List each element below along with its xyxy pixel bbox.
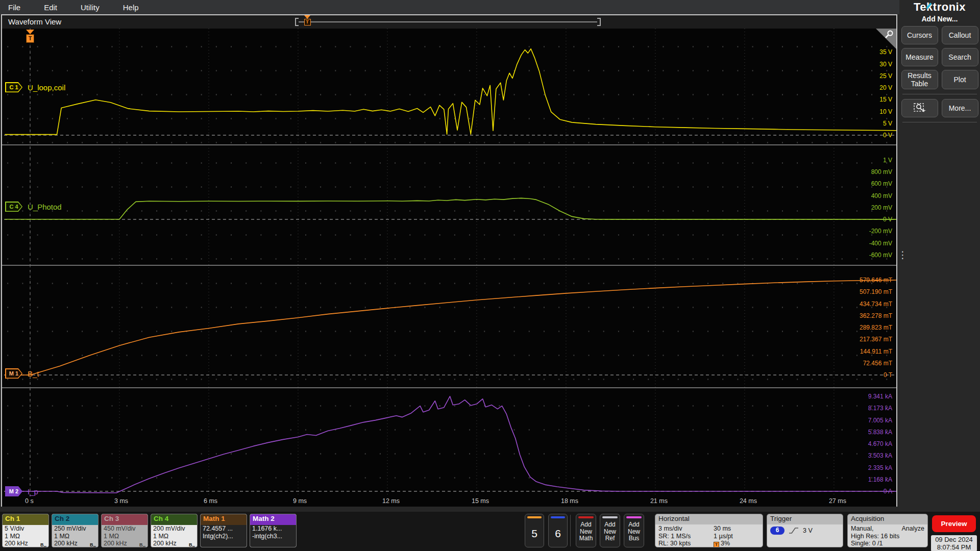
menu-bar: FileEditUtilityHelp (0, 0, 899, 14)
sidebar-separator (902, 94, 977, 94)
channel-config-title: Ch 4 (151, 514, 197, 525)
channel-badge-c1[interactable]: C 1U_loop,coil (5, 82, 65, 92)
cursors-button[interactable]: Cursors (901, 26, 938, 44)
nav-bracket-left-icon[interactable] (295, 18, 299, 26)
channel-config-math-1[interactable]: Math 172.4557 ...Intg(ch2)... (200, 514, 247, 547)
button-color-stripe (602, 516, 618, 518)
channel-tag-icon: C 1 (5, 82, 22, 92)
channel-config-title: Math 2 (250, 514, 296, 525)
acquisition-mode: Manual, (851, 525, 873, 533)
trigger-body: 6 3 V (767, 524, 843, 547)
menu-item-help[interactable]: Help (123, 3, 139, 12)
trigger-level: 3 V (803, 527, 813, 535)
results-table-button[interactable]: Results Table (901, 70, 938, 89)
trigger-flag-icon: T (714, 542, 719, 547)
acquisition-resolution: High Res: 16 bits (851, 533, 924, 540)
preview-button[interactable]: Preview (932, 515, 976, 532)
add-new-bus-button[interactable]: AddNewBus (624, 514, 644, 547)
channel-config-ch-4[interactable]: Ch 4200 mV/div1 MΩ200 kHzBw (151, 514, 198, 547)
channel-config-row: 1 MΩ (153, 533, 195, 540)
callout-button[interactable]: Callout (942, 26, 978, 44)
button-label: AddNewBus (624, 521, 644, 542)
channel-config-row: Intg(ch2)... (203, 533, 244, 540)
x-axis-tick: 21 ms (650, 497, 668, 505)
channel-config-row: 250 mV/div (54, 525, 96, 533)
menu-item-utility[interactable]: Utility (81, 3, 100, 12)
horizontal-nav-track[interactable] (299, 21, 597, 22)
add-new-buttons: AddNewMathAddNewRefAddNewBus (576, 514, 644, 547)
x-axis-tick: 0 s (25, 497, 34, 505)
plot-area[interactable]: T 35 V30 V25 V20 V15 V10 V5 V0 V1 V800 m… (2, 29, 896, 507)
waveform-label: B_t (28, 369, 39, 378)
channel-config-ch-1[interactable]: Ch 15 V/div1 MΩ200 kHzBw (2, 514, 49, 547)
menu-item-file[interactable]: File (8, 3, 20, 12)
plot-button[interactable]: Plot (942, 70, 978, 89)
slot-color-stripe (527, 516, 542, 518)
channel-config-title: Ch 2 (52, 514, 98, 525)
channel-badges: Ch 15 V/div1 MΩ200 kHzBwCh 2250 mV/div1 … (2, 514, 297, 547)
y-axis-tick: 35 V (879, 48, 892, 56)
trigger-source-badge: 6 (770, 527, 785, 535)
y-axis-tick: 72.456 mT (863, 360, 892, 367)
waveform-window: Waveform View T T 35 V30 V25 V20 V15 V10… (1, 14, 897, 507)
channel-slot-6[interactable]: 6 (548, 514, 568, 547)
channel-config-ch-2[interactable]: Ch 2250 mV/div1 MΩ200 kHzBw (52, 514, 99, 547)
magnifier-icon (884, 30, 895, 41)
x-axis-tick: 24 ms (740, 497, 757, 505)
channel-badge-c4[interactable]: C 4U_Photod (5, 202, 62, 212)
add-new-math-button[interactable]: AddNewMath (576, 514, 596, 547)
y-axis-tick: 434.734 mT (860, 300, 892, 308)
channel-config-row: 1 MΩ (5, 533, 46, 540)
y-axis-tick: 362.278 mT (860, 312, 892, 319)
trigger-position-flag[interactable]: T (26, 30, 34, 43)
y-axis-tick: 289.823 mT (860, 324, 892, 331)
zoom-select-icon (913, 102, 927, 114)
horizontal-value: 1 µs/pt (714, 533, 733, 540)
channel-config-row: -intg(ch3... (252, 533, 294, 540)
time-label: 8:07:54 PM (931, 543, 977, 551)
nav-bracket-right-icon[interactable] (597, 18, 601, 26)
add-new-ref-button[interactable]: AddNewRef (600, 514, 620, 547)
channel-config-row: 200 kHzBw (5, 540, 46, 547)
trace-b_t (5, 280, 896, 375)
x-axis-tick: 9 ms (293, 497, 307, 505)
horizontal-row: 3 ms/div30 ms (658, 525, 760, 533)
measure-button[interactable]: Measure (901, 48, 938, 66)
y-axis-tick: 144.911 mT (860, 348, 892, 355)
bandwidth-limit-icon: Bw (90, 541, 96, 547)
channel-config-row: 200 kHzBw (104, 540, 145, 547)
oscilloscope-app: FileEditUtilityHelp Waveform View T T 35… (0, 0, 980, 551)
logo-k-glyph: k (926, 1, 933, 14)
trigger-position-marker-icon[interactable]: T (303, 15, 311, 29)
zoom-select-button[interactable] (901, 99, 938, 117)
channel-config-row: 450 mV/div (104, 525, 145, 533)
slot-color-stripe (551, 516, 565, 518)
x-axis-tick: 18 ms (561, 497, 578, 505)
y-axis-tick: 30 V (879, 61, 892, 68)
acquisition-panel[interactable]: Acquisition Manual, Analyze High Res: 16… (847, 514, 928, 547)
channel-badge-m2[interactable]: M 2I_p (5, 486, 38, 496)
y-axis-tick: 0 A (884, 488, 892, 495)
acquisition-body: Manual, Analyze High Res: 16 bits Single… (848, 524, 927, 547)
y-axis-tick: -400 mV (869, 240, 892, 247)
button-color-stripe (578, 516, 594, 518)
channel-config-math-2[interactable]: Math 21.1676 k...-intg(ch3... (250, 514, 297, 547)
sidebar-separator (902, 122, 977, 122)
y-axis-tick: 7.005 kA (868, 417, 892, 424)
trigger-t-icon: T (26, 34, 34, 43)
more-button[interactable]: More... (942, 99, 978, 117)
horizontal-panel[interactable]: Horizontal 3 ms/div30 msSR: 1 MS/s1 µs/p… (655, 514, 763, 547)
search-button[interactable]: Search (942, 48, 978, 66)
channel-badge-m1[interactable]: M 1B_t (5, 368, 39, 379)
menu-item-edit[interactable]: Edit (44, 3, 57, 12)
sidebar-buttons-row2: More... (899, 99, 980, 117)
panel-splitter-handle[interactable]: ⋮ (898, 253, 908, 257)
trigger-triangle-icon (304, 15, 310, 19)
channel-tag-label: M 2 (5, 486, 22, 496)
channel-config-ch-3[interactable]: Ch 3450 mV/div1 MΩ200 kHzBw (101, 514, 148, 547)
channel-config-row: 200 kHzBw (54, 540, 96, 547)
y-axis-tick: 579.646 mT (860, 277, 892, 284)
trigger-panel[interactable]: Trigger 6 3 V (767, 514, 843, 547)
channel-config-row: 1 MΩ (104, 533, 145, 540)
channel-slot-5[interactable]: 5 (525, 514, 544, 547)
